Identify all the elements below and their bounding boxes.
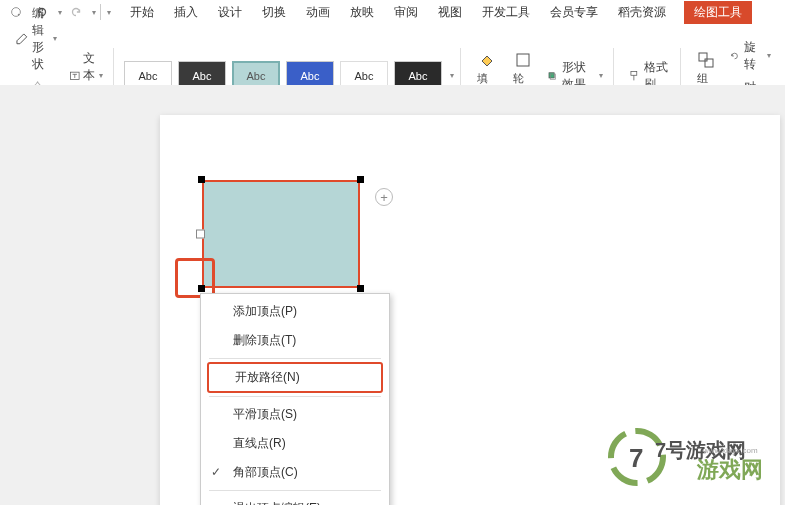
format-painter-icon [628, 68, 640, 84]
tab-docer[interactable]: 稻壳资源 [608, 1, 676, 24]
styles-more-icon[interactable]: ▾ [450, 71, 454, 80]
fill-icon [478, 51, 496, 69]
tab-start[interactable]: 开始 [120, 1, 164, 24]
ctx-add-vertex[interactable]: 添加顶点(P) [201, 297, 389, 326]
ctx-exit-edit[interactable]: 退出顶点编辑(E) [201, 494, 389, 505]
svg-rect-8 [631, 71, 637, 75]
tab-animation[interactable]: 动画 [296, 1, 340, 24]
svg-rect-9 [699, 53, 707, 61]
vertex-handle-tl[interactable] [198, 176, 205, 183]
vertex-handle-br[interactable] [357, 285, 364, 292]
tab-transition[interactable]: 切换 [252, 1, 296, 24]
annotation-highlight-box [175, 258, 215, 298]
add-placeholder-button[interactable]: + [375, 188, 393, 206]
textbox-icon [69, 70, 81, 82]
svg-rect-6 [549, 72, 554, 77]
group-icon [697, 51, 715, 69]
context-menu: 添加顶点(P) 删除顶点(T) 开放路径(N) 平滑顶点(S) 直线点(R) ✓… [200, 293, 390, 505]
ctx-straight-point[interactable]: 直线点(R) [201, 429, 389, 458]
rotate-label: 旋转 [744, 39, 761, 73]
tab-slideshow[interactable]: 放映 [340, 1, 384, 24]
ctx-smooth-vertex[interactable]: 平滑顶点(S) [201, 400, 389, 429]
tab-design[interactable]: 设计 [208, 1, 252, 24]
tab-developer[interactable]: 开发工具 [472, 1, 540, 24]
tab-member[interactable]: 会员专享 [540, 1, 608, 24]
ctx-corner-vertex[interactable]: ✓角部顶点(C) [201, 458, 389, 487]
tab-review[interactable]: 审阅 [384, 1, 428, 24]
rotate-button[interactable]: 旋转▾ [725, 37, 775, 75]
edge-handle-left[interactable] [196, 230, 205, 239]
selected-shape[interactable] [202, 180, 360, 288]
svg-rect-5 [517, 54, 529, 66]
tab-drawing-tools[interactable]: 绘图工具 [684, 1, 752, 24]
ctx-delete-vertex[interactable]: 删除顶点(T) [201, 326, 389, 355]
rotate-icon [729, 48, 740, 64]
menu-bar: 开始 插入 设计 切换 动画 放映 审阅 视图 开发工具 会员专享 稻壳资源 绘… [0, 0, 785, 24]
ctx-separator [209, 358, 381, 359]
check-icon: ✓ [211, 465, 221, 479]
ctx-separator [209, 490, 381, 491]
tab-insert[interactable]: 插入 [164, 1, 208, 24]
tab-view[interactable]: 视图 [428, 1, 472, 24]
ctx-separator [209, 396, 381, 397]
edit-shape-icon [14, 31, 30, 47]
effects-icon [547, 68, 557, 84]
ctx-open-path[interactable]: 开放路径(N) [207, 362, 383, 393]
svg-rect-10 [705, 59, 713, 67]
outline-icon [514, 51, 532, 69]
shape-rectangle[interactable] [202, 180, 360, 288]
canvas-area [0, 85, 785, 505]
vertex-handle-tr[interactable] [357, 176, 364, 183]
